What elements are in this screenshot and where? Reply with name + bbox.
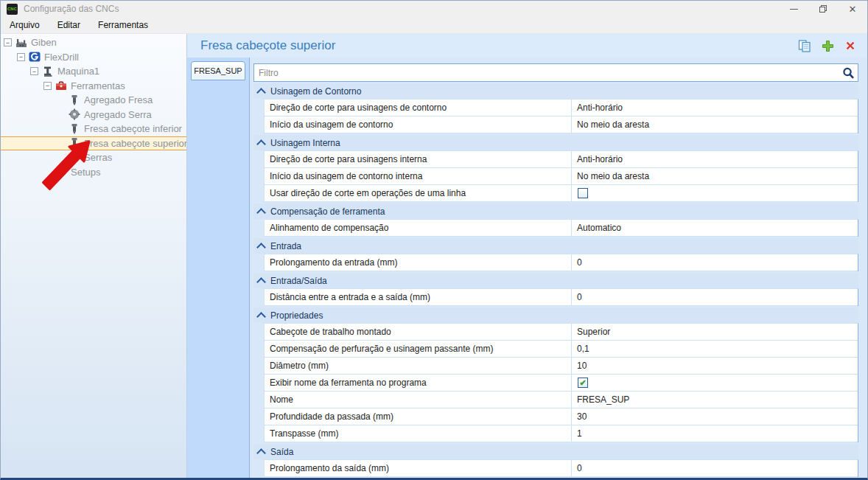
section-rows: Direção de corte para usinagens internaA… xyxy=(264,150,858,202)
tree-item-label: Fresa cabeçote inferior xyxy=(84,123,182,134)
tree-item-agregado-serra[interactable]: Agregado Serra xyxy=(1,108,186,122)
section-header-3[interactable]: Compensação de ferramenta xyxy=(253,204,858,219)
property-value-cell[interactable]: Anti-horário xyxy=(571,100,858,116)
property-value-cell[interactable]: 0 xyxy=(571,460,858,476)
section-title: Compensação de ferramenta xyxy=(270,206,385,217)
property-value-cell[interactable]: 30 xyxy=(571,408,858,425)
property-label: Usar direção de corte em operações de um… xyxy=(265,188,571,198)
chevron-up-icon[interactable] xyxy=(256,277,266,287)
tree-item-agregado-fresa[interactable]: Agregado Fresa xyxy=(1,93,186,108)
property-row[interactable]: Prolongamento da entrada (mm)0 xyxy=(265,254,858,271)
chevron-up-icon[interactable] xyxy=(256,312,266,321)
menu-editar[interactable]: Editar xyxy=(49,17,89,33)
property-row[interactable]: Início da usinagem de contorno internaNo… xyxy=(265,168,858,185)
property-label: Exibir nome da ferramenta no programa xyxy=(265,378,571,388)
property-row[interactable]: Direção de corte para usinagens internaA… xyxy=(265,151,858,168)
property-value-cell[interactable]: Anti-horário xyxy=(571,151,858,167)
section-header-6[interactable]: Propriedades xyxy=(253,307,858,323)
collapse-expander-icon[interactable]: − xyxy=(4,38,12,46)
tree-item-ferramentas[interactable]: −Ferramentas xyxy=(1,79,186,94)
property-value-cell[interactable]: 10 xyxy=(571,358,858,374)
property-value-cell[interactable]: No meio da aresta xyxy=(571,168,858,184)
property-row[interactable]: Usar direção de corte em operações de um… xyxy=(265,185,858,202)
window-title: Configuração das CNCs xyxy=(24,4,119,14)
tree-item-fresa-cabe-ote-superior[interactable]: Fresa cabeçote superior xyxy=(1,136,186,151)
menu-ferramentas[interactable]: Ferramentas xyxy=(89,17,157,33)
property-row[interactable]: Profundidade da passada (mm)30 xyxy=(265,408,858,425)
copy-button[interactable] xyxy=(798,40,811,52)
section-rows: Distância entre a entrada e a saída (mm)… xyxy=(264,288,858,306)
detail-panel: Fresa cabeçote superior FRESA_SUP xyxy=(186,34,867,478)
section-rows: Direção de corte para usinagens de conto… xyxy=(264,99,858,133)
chevron-up-icon[interactable] xyxy=(256,88,266,97)
checkbox-checked[interactable] xyxy=(578,378,588,388)
minimize-icon xyxy=(790,9,798,10)
property-row[interactable]: Exibir nome da ferramenta no programa xyxy=(265,375,858,392)
property-label: Transpasse (mm) xyxy=(265,428,571,439)
property-row[interactable]: Cabeçote de trabalho montadoSuperior xyxy=(265,324,858,341)
filter-input[interactable] xyxy=(254,68,841,78)
drill-icon xyxy=(69,123,80,135)
drill-icon xyxy=(69,137,80,149)
chevron-up-icon[interactable] xyxy=(256,243,266,252)
section-rows: Alinhamento de compensaçãoAutomatico xyxy=(264,219,858,237)
property-value-cell[interactable] xyxy=(571,185,858,201)
property-value-cell[interactable]: Superior xyxy=(571,324,858,340)
property-row[interactable]: Distância entre a entrada e a saída (mm)… xyxy=(265,289,858,306)
section-header-2[interactable]: Usinagem Interna xyxy=(253,135,858,150)
close-icon: ✕ xyxy=(849,4,857,15)
section-header-4[interactable]: Entrada xyxy=(253,238,858,254)
property-row[interactable]: Início da usinagem de contornoNo meio da… xyxy=(265,116,858,133)
tree-item-giben[interactable]: −Giben xyxy=(1,35,186,50)
property-value-cell[interactable]: 0,1 xyxy=(571,341,858,357)
chevron-up-icon[interactable] xyxy=(256,448,266,458)
property-value-cell[interactable]: Automatico xyxy=(571,220,858,236)
property-row[interactable]: Compensação de perfuração e usinagem pas… xyxy=(265,341,858,358)
property-value: No meio da aresta xyxy=(577,171,649,181)
title-bar: CNC Configuração das CNCs ✕ xyxy=(1,1,867,17)
tree-item-setups[interactable]: Setups xyxy=(1,165,186,180)
tree-item-flexdrill[interactable]: −FlexDrill xyxy=(1,50,186,65)
property-value: 0,1 xyxy=(577,344,589,354)
chevron-up-icon[interactable] xyxy=(256,139,266,149)
chevron-up-icon[interactable] xyxy=(256,208,266,218)
checkbox-unchecked[interactable] xyxy=(578,188,588,198)
section-title: Saída xyxy=(270,447,293,457)
detail-content: FRESA_SUP Usinagem de ContornoDireção de… xyxy=(187,58,867,478)
minimize-button[interactable] xyxy=(779,1,808,17)
property-row[interactable]: Alinhamento de compensaçãoAutomatico xyxy=(265,220,858,237)
close-button[interactable]: ✕ xyxy=(838,1,867,17)
property-row[interactable]: Diâmetro (mm)10 xyxy=(265,358,858,375)
property-value-cell[interactable]: 1 xyxy=(571,425,858,442)
property-row[interactable]: Direção de corte para usinagens de conto… xyxy=(265,100,858,116)
tree-item-serras[interactable]: Serras xyxy=(1,150,186,165)
search-icon[interactable] xyxy=(841,66,855,80)
menu-arquivo[interactable]: Arquivo xyxy=(1,17,49,33)
property-value: 0 xyxy=(577,257,582,268)
detail-header: Fresa cabeçote superior xyxy=(187,34,867,58)
tree-item-label: Ferramentas xyxy=(71,80,125,91)
property-row[interactable]: Transpasse (mm)1 xyxy=(265,425,858,442)
tab-fresa-sup[interactable]: FRESA_SUP xyxy=(191,61,245,80)
property-value-cell[interactable] xyxy=(571,375,858,391)
property-value-cell[interactable]: No meio da aresta xyxy=(571,116,858,133)
section-header-5[interactable]: Entrada/Saída xyxy=(253,273,858,288)
property-label: Direção de corte para usinagens interna xyxy=(265,154,571,164)
collapse-expander-icon[interactable]: − xyxy=(30,67,38,75)
property-value-cell[interactable]: FRESA_SUP xyxy=(571,392,858,408)
add-button[interactable] xyxy=(821,40,834,52)
tree-item-label: Setups xyxy=(71,167,100,178)
collapse-expander-icon[interactable]: − xyxy=(43,82,52,90)
property-value: Superior xyxy=(577,327,610,337)
property-row[interactable]: Prolongamento da saída (mm)0 xyxy=(265,460,858,477)
restore-button[interactable] xyxy=(808,1,838,17)
delete-button[interactable] xyxy=(844,40,857,52)
property-row[interactable]: NomeFRESA_SUP xyxy=(265,392,858,408)
section-header-7[interactable]: Saída xyxy=(253,444,858,459)
section-header-1[interactable]: Usinagem de Contorno xyxy=(253,83,858,99)
collapse-expander-icon[interactable]: − xyxy=(17,53,25,61)
tree-item-maquina1[interactable]: −Maquina1 xyxy=(1,64,186,79)
property-value-cell[interactable]: 0 xyxy=(571,254,858,271)
property-value-cell[interactable]: 0 xyxy=(571,289,858,305)
tree-item-fresa-cabe-ote-inferior[interactable]: Fresa cabeçote inferior xyxy=(1,122,186,136)
